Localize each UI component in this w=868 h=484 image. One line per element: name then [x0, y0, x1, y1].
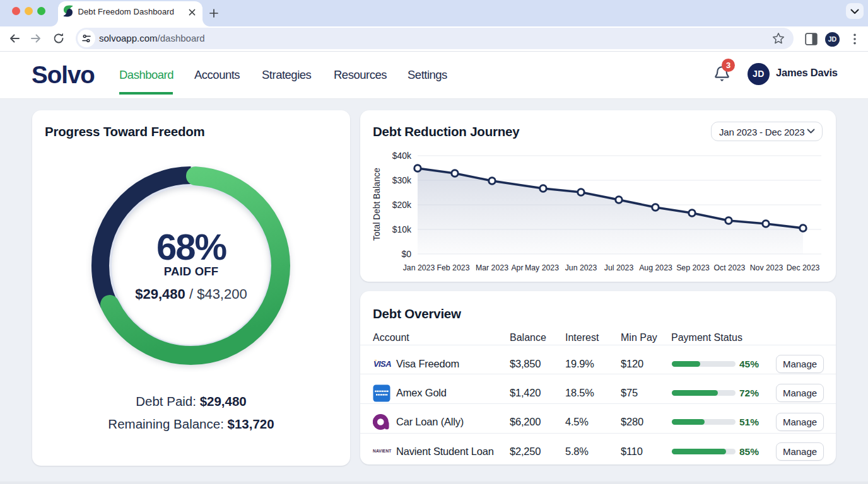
svg-text:Nov 2023: Nov 2023	[750, 263, 783, 272]
svg-text:Mar 2023: Mar 2023	[476, 263, 508, 272]
svg-text:Oct 2023: Oct 2023	[714, 263, 746, 272]
svg-text:May 2023: May 2023	[525, 263, 559, 272]
svg-text:Dec 2023: Dec 2023	[787, 263, 820, 272]
svg-text:$10k: $10k	[392, 224, 412, 234]
svg-text:Aug 2023: Aug 2023	[639, 263, 672, 272]
svg-text:Jul 2023: Jul 2023	[604, 263, 634, 272]
svg-text:$0: $0	[401, 249, 411, 259]
svg-text:Feb 2023: Feb 2023	[437, 263, 470, 272]
svg-text:$30k: $30k	[392, 175, 412, 185]
svg-text:Total Debt Balance: Total Debt Balance	[372, 168, 382, 241]
svg-text:Jun 2023: Jun 2023	[565, 263, 597, 272]
svg-text:$40k: $40k	[392, 151, 412, 161]
svg-text:Jan 2023: Jan 2023	[403, 263, 435, 272]
svg-text:$20k: $20k	[392, 200, 412, 210]
svg-text:Sep 2023: Sep 2023	[676, 263, 710, 272]
svg-text:Apr: Apr	[511, 263, 523, 272]
